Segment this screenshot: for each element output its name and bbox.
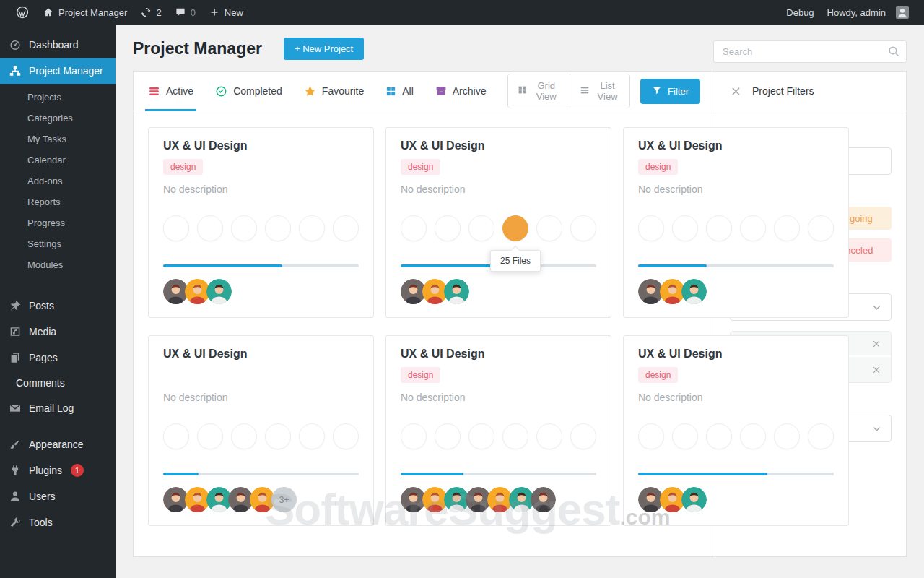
sidebar-item-tools[interactable]: Tools [0,509,116,535]
files-icon[interactable] [265,215,291,241]
discussions-icon[interactable] [808,423,834,449]
milestones-icon[interactable] [299,215,325,241]
sidebar-item-dashboard[interactable]: Dashboard [0,32,116,58]
search-input[interactable] [713,40,907,63]
tasks-icon[interactable] [163,423,189,449]
milestones-icon[interactable] [774,423,800,449]
project-card[interactable]: UX & UI Design design No description [385,335,611,526]
list-view-button[interactable]: List View [570,74,629,108]
comments-menu[interactable]: 0 [168,0,202,25]
tasks-icon[interactable] [163,215,189,241]
project-description: No description [163,392,359,403]
remove-category-icon[interactable] [871,339,881,349]
projects-grid: UX & UI Design design No description UX … [134,111,715,542]
site-menu[interactable]: Project Manager [36,0,134,25]
wordpress-logo-icon[interactable] [9,0,36,25]
tab-active[interactable]: Active [148,72,193,111]
tasks-icon[interactable] [638,423,664,449]
card-action-row [401,423,596,449]
discussions-icon[interactable] [333,215,359,241]
sidebar-item-users[interactable]: Users [0,483,116,509]
tasks-icon[interactable] [401,215,427,241]
files-icon[interactable] [265,423,291,449]
sidebar-subitem-settings[interactable]: Settings [0,233,116,254]
discussions-icon[interactable] [808,215,834,241]
account-menu[interactable]: Howdy, admin [821,6,915,19]
tab-archive[interactable]: Archive [435,72,487,111]
sidebar-subitem-progress[interactable]: Progress [0,212,116,233]
tasks-icon[interactable] [401,423,427,449]
sidebar-item-comments[interactable]: Comments [0,371,116,395]
task-list-icon[interactable] [706,423,732,449]
card-action-row [163,423,359,449]
team-icon[interactable] [435,423,461,449]
grid-view-button[interactable]: Grid View [508,74,570,108]
tab-all[interactable]: All [385,72,414,111]
project-card[interactable]: UX & UI Design design No description [148,127,374,318]
chevron-down-icon [871,302,882,313]
progress-bar [638,473,834,475]
files-count-tooltip: 25 Files [490,250,541,272]
sidebar-subitem-categories[interactable]: Categories [0,108,116,129]
comments-icon [175,7,186,18]
team-icon[interactable] [435,215,461,241]
plugins-update-badge: 1 [71,464,84,477]
sidebar-item-project-manager[interactable]: Project Manager [0,58,116,84]
team-icon[interactable] [672,215,698,241]
all-icon [385,86,396,97]
filter-button[interactable]: Filter [640,79,700,104]
task-list-icon[interactable] [231,215,257,241]
sidebar-item-pages[interactable]: Pages [0,345,116,371]
sidebar-subitem-modules[interactable]: Modules [0,254,116,275]
view-toggle-group: Grid View List View [507,74,630,108]
tab-favourite[interactable]: Favourite [304,72,364,111]
project-title: UX & UI Design [638,348,722,361]
project-card[interactable]: UX & UI Design design No description 3+ [148,335,374,526]
discussions-icon[interactable] [570,423,596,449]
project-title: UX & UI Design [163,348,247,361]
sidebar-subitem-calendar[interactable]: Calendar [0,150,116,171]
project-description: No description [163,184,359,195]
project-manager-icon [9,64,22,77]
tab-completed[interactable]: Completed [215,72,282,111]
sidebar-item-email-log[interactable]: Email Log [0,395,116,421]
task-list-icon[interactable] [468,215,494,241]
posts-icon [9,299,22,312]
files-icon[interactable] [740,215,766,241]
new-content-menu[interactable]: New [202,0,250,25]
project-card[interactable]: UX & UI Design design No description [623,335,849,526]
milestones-icon[interactable] [536,423,562,449]
updates-menu[interactable]: 2 [134,0,167,25]
tasks-icon[interactable] [638,215,664,241]
milestones-icon[interactable] [536,215,562,241]
debug-menu[interactable]: Debug [780,7,820,18]
sidebar-subitem-reports[interactable]: Reports [0,191,116,212]
sidebar-item-appearance[interactable]: Appearance [0,431,116,457]
sidebar-subitem-my-tasks[interactable]: My Tasks [0,129,116,150]
discussions-icon[interactable] [333,423,359,449]
milestones-icon[interactable] [774,215,800,241]
project-description: No description [638,184,834,195]
close-filters-icon[interactable] [730,85,742,98]
task-list-icon[interactable] [231,423,257,449]
remove-category-icon[interactable] [871,365,881,375]
files-icon[interactable]: 25 Files [502,215,528,241]
project-card[interactable]: UX & UI Design design No description 25 … [385,127,611,318]
search-icon[interactable] [887,45,900,61]
files-icon[interactable] [502,423,528,449]
project-card[interactable]: UX & UI Design design No description [623,127,849,318]
sidebar-item-plugins[interactable]: Plugins1 [0,457,116,483]
discussions-icon[interactable] [570,215,596,241]
files-icon[interactable] [740,423,766,449]
milestones-icon[interactable] [299,423,325,449]
task-list-icon[interactable] [706,215,732,241]
sidebar-subitem-projects[interactable]: Projects [0,87,116,108]
sidebar-subitem-add-ons[interactable]: Add-ons [0,171,116,191]
team-icon[interactable] [197,215,223,241]
team-icon[interactable] [197,423,223,449]
sidebar-item-posts[interactable]: Posts [0,293,116,319]
team-icon[interactable] [672,423,698,449]
task-list-icon[interactable] [468,423,494,449]
new-project-button[interactable]: + New Project [284,38,364,60]
sidebar-item-media[interactable]: Media [0,319,116,345]
